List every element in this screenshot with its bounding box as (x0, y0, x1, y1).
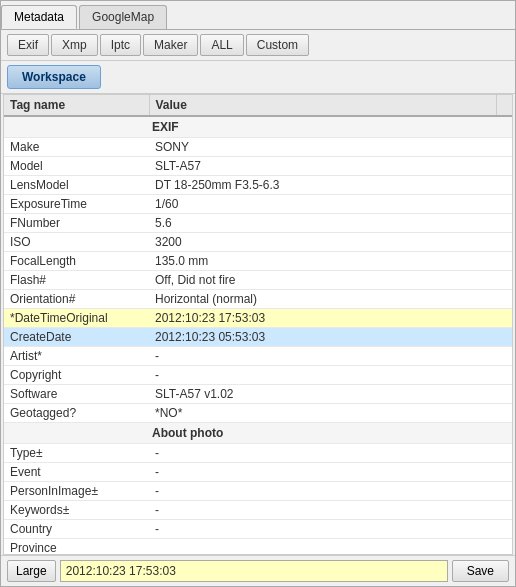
value-cell: 2012:10:23 05:53:03 (149, 328, 496, 347)
table-body: EXIFMakeSONYModelSLT-A57LensModelDT 18-2… (4, 116, 512, 555)
tag-cell: Software (4, 385, 149, 404)
value-cell: 1/60 (149, 195, 496, 214)
value-cell: - (149, 366, 496, 385)
table-row[interactable]: About photo (4, 423, 512, 444)
table-row[interactable]: ExposureTime1/60 (4, 195, 512, 214)
table-row[interactable]: CreateDate2012:10:23 05:53:03 (4, 328, 512, 347)
table-row[interactable]: Artist*- (4, 347, 512, 366)
metadata-table: Tag name Value EXIFMakeSONYModelSLT-A57L… (4, 95, 512, 555)
scroll-pad (496, 444, 512, 463)
tag-cell: Artist* (4, 347, 149, 366)
scroll-pad (496, 252, 512, 271)
toolbar-btn-maker[interactable]: Maker (143, 34, 198, 56)
tag-cell: Copyright (4, 366, 149, 385)
main-window: MetadataGoogleMap ExifXmpIptcMakerALLCus… (0, 0, 516, 587)
table-row[interactable]: Orientation#Horizontal (normal) (4, 290, 512, 309)
toolbar: ExifXmpIptcMakerALLCustom (1, 30, 515, 61)
tab-googlemap[interactable]: GoogleMap (79, 5, 167, 29)
scroll-pad (496, 501, 512, 520)
table-row[interactable]: SoftwareSLT-A57 v1.02 (4, 385, 512, 404)
table-row[interactable]: FNumber5.6 (4, 214, 512, 233)
table-row[interactable]: Copyright- (4, 366, 512, 385)
table-row[interactable]: Country- (4, 520, 512, 539)
value-cell: DT 18-250mm F3.5-6.3 (149, 176, 496, 195)
scroll-pad (496, 271, 512, 290)
value-cell: SONY (149, 138, 496, 157)
scroll-col (496, 95, 512, 116)
scroll-pad (496, 195, 512, 214)
scroll-pad (496, 385, 512, 404)
table-row[interactable]: MakeSONY (4, 138, 512, 157)
toolbar-btn-exif[interactable]: Exif (7, 34, 49, 56)
value-cell: 2012:10:23 17:53:03 (149, 309, 496, 328)
tag-cell: *DateTimeOriginal (4, 309, 149, 328)
scroll-pad (496, 539, 512, 556)
scroll-pad (496, 347, 512, 366)
toolbar-btn-iptc[interactable]: Iptc (100, 34, 141, 56)
size-button[interactable]: Large (7, 560, 56, 582)
scroll-pad (496, 328, 512, 347)
scroll-pad (496, 157, 512, 176)
value-cell: Off, Did not fire (149, 271, 496, 290)
table-row[interactable]: Flash#Off, Did not fire (4, 271, 512, 290)
value-cell: *NO* (149, 404, 496, 423)
scroll-pad (496, 233, 512, 252)
value-input[interactable] (60, 560, 448, 582)
table-row[interactable]: ISO3200 (4, 233, 512, 252)
save-button[interactable]: Save (452, 560, 509, 582)
table-row[interactable]: Keywords±- (4, 501, 512, 520)
table-row[interactable]: Province (4, 539, 512, 556)
value-cell: - (149, 444, 496, 463)
tag-cell: Province (4, 539, 149, 556)
workspace-button[interactable]: Workspace (7, 65, 101, 89)
table-row[interactable]: Geotagged?*NO* (4, 404, 512, 423)
scroll-pad (496, 290, 512, 309)
tab-metadata[interactable]: Metadata (1, 5, 77, 29)
value-cell: SLT-A57 (149, 157, 496, 176)
tag-cell: ExposureTime (4, 195, 149, 214)
col-value: Value (149, 95, 496, 116)
tag-cell: LensModel (4, 176, 149, 195)
tag-cell: Geotagged? (4, 404, 149, 423)
toolbar-btn-all[interactable]: ALL (200, 34, 243, 56)
scroll-pad (496, 214, 512, 233)
table-row[interactable]: PersonInImage±- (4, 482, 512, 501)
value-cell (149, 539, 496, 556)
table-row[interactable]: Event- (4, 463, 512, 482)
toolbar-btn-custom[interactable]: Custom (246, 34, 309, 56)
table-row[interactable]: Type±- (4, 444, 512, 463)
value-cell: - (149, 463, 496, 482)
tag-cell: Event (4, 463, 149, 482)
tag-cell: Country (4, 520, 149, 539)
scroll-pad (496, 520, 512, 539)
tag-cell: Flash# (4, 271, 149, 290)
tag-cell: Make (4, 138, 149, 157)
value-cell: 135.0 mm (149, 252, 496, 271)
tag-cell: FNumber (4, 214, 149, 233)
scroll-pad (496, 176, 512, 195)
table-row[interactable]: EXIF (4, 116, 512, 138)
tag-cell: Type± (4, 444, 149, 463)
bottom-bar: Large Save (1, 555, 515, 586)
tag-cell: Orientation# (4, 290, 149, 309)
tag-cell: FocalLength (4, 252, 149, 271)
scroll-pad (496, 366, 512, 385)
table-row[interactable]: FocalLength135.0 mm (4, 252, 512, 271)
value-cell: - (149, 501, 496, 520)
table-row[interactable]: ModelSLT-A57 (4, 157, 512, 176)
value-cell: - (149, 347, 496, 366)
scroll-pad (496, 404, 512, 423)
toolbar-btn-xmp[interactable]: Xmp (51, 34, 98, 56)
value-cell: SLT-A57 v1.02 (149, 385, 496, 404)
scroll-pad (496, 482, 512, 501)
value-cell: 5.6 (149, 214, 496, 233)
scroll-pad (496, 309, 512, 328)
value-cell: - (149, 482, 496, 501)
table-row[interactable]: *DateTimeOriginal2012:10:23 17:53:03 (4, 309, 512, 328)
value-cell: 3200 (149, 233, 496, 252)
metadata-table-area[interactable]: Tag name Value EXIFMakeSONYModelSLT-A57L… (3, 94, 513, 555)
table-row[interactable]: LensModelDT 18-250mm F3.5-6.3 (4, 176, 512, 195)
tag-cell: PersonInImage± (4, 482, 149, 501)
table-header-row: Tag name Value (4, 95, 512, 116)
scroll-pad (496, 138, 512, 157)
